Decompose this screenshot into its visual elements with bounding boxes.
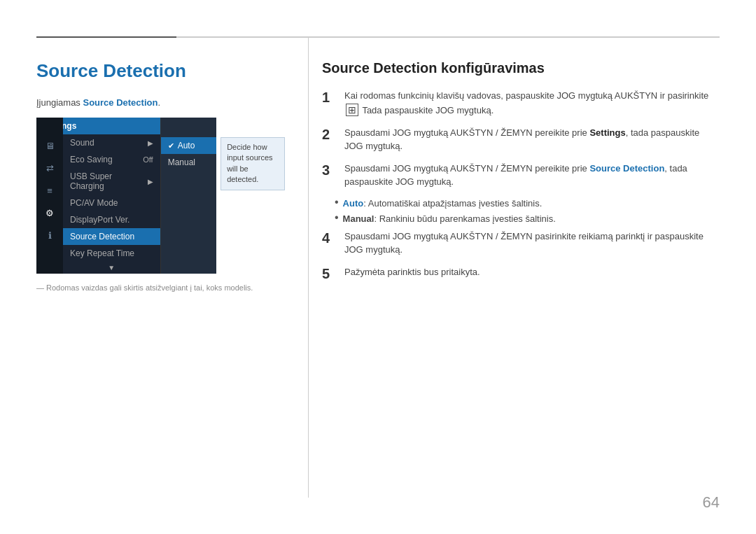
top-line-light: [176, 36, 720, 38]
top-decorative-line: [36, 36, 720, 38]
step-3: 3 Spausdami JOG mygtuką AUKŠTYN / ŽEMYN …: [322, 162, 720, 189]
osd-item-displayport[interactable]: DisplayPort Ver.: [63, 211, 160, 228]
step-2: 2 Spausdami JOG mygtuką AUKŠTYN / ŽEMYN …: [322, 126, 720, 153]
osd-check-auto: ✔: [168, 141, 174, 150]
osd-item-usb-label: USB Super Charging: [70, 171, 148, 191]
step-3-text: Spausdami JOG mygtuką AUKŠTYN / ŽEMYN pe…: [344, 162, 720, 189]
step-2-number: 2: [322, 126, 337, 143]
osd-icons-inner: 🖥 ⇄ ≡ ⚙ ℹ: [36, 118, 63, 244]
step-2-bold: Settings: [589, 127, 625, 138]
step-1-text-before: Kai rodomas funkcinių klavišų vadovas, p…: [344, 90, 708, 101]
step-4: 4 Spausdami JOG mygtuką AUKŠTYN / ŽEMYN …: [322, 230, 720, 257]
osd-sub-auto[interactable]: ✔ Auto: [161, 137, 216, 154]
step-3-blue-bold: Source Detection: [589, 163, 664, 174]
step-2-text: Spausdami JOG mygtuką AUKŠTYN / ŽEMYN pe…: [344, 126, 720, 153]
step-4-text: Spausdami JOG mygtuką AUKŠTYN / ŽEMYN pa…: [344, 230, 720, 257]
bullet-dot-1: •: [335, 197, 339, 208]
osd-item-displayport-label: DisplayPort Ver.: [70, 215, 130, 225]
step-5-text: Pažymėta parinktis bus pritaikyta.: [344, 265, 480, 279]
osd-item-key-label: Key Repeat Time: [70, 248, 134, 258]
osd-item-usb-arrow: ▶: [148, 178, 153, 185]
osd-sub-auto-label: Auto: [178, 141, 195, 150]
osd-callout-text: Decide how input sources will be detecte…: [227, 143, 272, 183]
osd-submenu: ✔ Auto Manual: [160, 118, 216, 274]
osd-sub-manual-label: Manual: [168, 157, 195, 167]
osd-item-sound-arrow: ▶: [148, 139, 153, 147]
bullet-auto-text: Auto: Automatiškai atpažįstamas įvesties…: [343, 197, 542, 210]
osd-item-eco-saving[interactable]: Eco Saving Off: [63, 151, 160, 168]
step-1-text: Kai rodomas funkcinių klavišų vadovas, p…: [344, 89, 720, 118]
osd-callout: Decide how input sources will be detecte…: [220, 137, 285, 190]
bullet-dot-2: •: [335, 212, 339, 223]
osd-item-key-repeat[interactable]: Key Repeat Time: [63, 245, 160, 262]
osd-item-source-detection[interactable]: Source Detection: [63, 228, 160, 245]
osd-icon-monitor: 🖥: [40, 137, 59, 154]
bullet-manual: • Manual: Rankiniu būdu parenkamas įvest…: [335, 213, 720, 225]
osd-sub-manual[interactable]: Manual: [161, 154, 216, 171]
osd-icon-gear: ⚙: [40, 204, 59, 221]
osd-menu-container: Settings 🖥 ⇄ ≡ ⚙ ℹ Sound ▶ Eco Saving: [36, 118, 285, 274]
right-section-title: Source Detection konfigūravimas: [322, 60, 720, 76]
osd-item-source-label: Source Detection: [70, 232, 134, 241]
intro-bold: Source Detection: [83, 97, 158, 108]
column-divider: [308, 36, 309, 498]
osd-item-usb[interactable]: USB Super Charging ▶: [63, 168, 160, 195]
step-1-number: 1: [322, 89, 337, 106]
bullet-auto-desc: : Automatiškai atpažįstamas įvesties šal…: [363, 198, 542, 209]
osd-icon-lines: ≡: [40, 182, 59, 199]
page-number: 64: [703, 493, 720, 512]
bullet-manual-label: Manual: [343, 213, 374, 224]
step-1: 1 Kai rodomas funkcinių klavišų vadovas,…: [322, 89, 720, 118]
osd-item-pcav[interactable]: PC/AV Mode: [63, 195, 160, 211]
step-5-number: 5: [322, 265, 337, 282]
osd-item-eco-label: Eco Saving: [70, 155, 113, 164]
left-column: Source Detection Įjungiamas Source Detec…: [36, 49, 295, 292]
step-1-icon: ⊞: [346, 104, 358, 116]
right-column: Source Detection konfigūravimas 1 Kai ro…: [322, 49, 720, 290]
step-1-text-after: Tada paspauskite JOG mygtuką.: [360, 105, 493, 115]
osd-item-pcav-label: PC/AV Mode: [70, 198, 118, 208]
bullet-manual-text: Manual: Rankiniu būdu parenkamas įvestie…: [343, 213, 556, 225]
osd-item-eco-value: Off: [143, 155, 153, 164]
osd-scroll-down: ▼: [63, 262, 160, 274]
osd-icon-info: ℹ: [40, 227, 59, 244]
osd-icons-bar: 🖥 ⇄ ≡ ⚙ ℹ: [36, 118, 63, 274]
bullet-auto-label: Auto: [343, 198, 364, 209]
bullet-auto: • Auto: Automatiškai atpažįstamas įvesti…: [335, 197, 720, 210]
osd-menu: Settings 🖥 ⇄ ≡ ⚙ ℹ Sound ▶ Eco Saving: [36, 118, 160, 274]
bullet-manual-desc: : Rankiniu būdu parenkamas įvesties šalt…: [374, 213, 555, 224]
osd-item-sound[interactable]: Sound ▶: [63, 134, 160, 151]
footnote: ― Rodomas vaizdas gali skirtis atsižvelg…: [36, 283, 295, 292]
page-title: Source Detection: [36, 60, 295, 82]
osd-items-area: Sound ▶ Eco Saving Off USB Super Chargin…: [63, 134, 160, 274]
top-line-dark: [36, 36, 176, 38]
osd-item-sound-label: Sound: [70, 138, 94, 148]
step-5: 5 Pažymėta parinktis bus pritaikyta.: [322, 265, 720, 282]
intro-text-after: .: [158, 97, 160, 108]
bullet-list: • Auto: Automatiškai atpažįstamas įvesti…: [335, 197, 720, 225]
intro-paragraph: Įjungiamas Source Detection.: [36, 97, 295, 108]
step-3-text-before: Spausdami JOG mygtuką AUKŠTYN / ŽEMYN pe…: [344, 163, 589, 174]
step-3-number: 3: [322, 162, 337, 178]
step-4-number: 4: [322, 230, 337, 246]
step-2-text-before: Spausdami JOG mygtuką AUKŠTYN / ŽEMYN pe…: [344, 127, 589, 138]
intro-text-before: Įjungiamas: [36, 97, 83, 108]
osd-icon-arrows: ⇄: [40, 160, 59, 176]
